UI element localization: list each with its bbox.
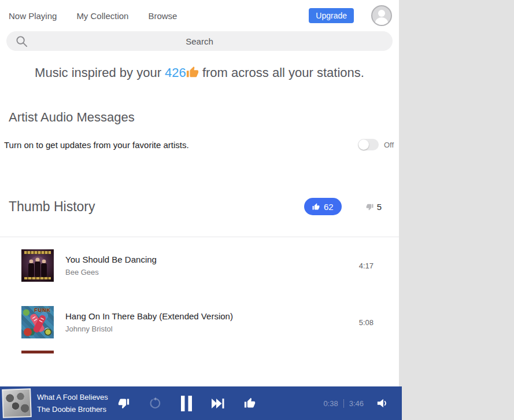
track-title: Hang On In There Baby (Extended Version) [65,311,359,321]
time-separator [343,399,344,408]
artist-audio-messages-title: Artist Audio Messages [9,110,399,125]
now-playing-photo [3,389,31,417]
album-art [21,249,54,282]
avatar[interactable] [371,5,392,26]
main-content: Now Playing My Collection Browse Upgrade… [0,0,399,420]
track-artist: Bee Gees [65,268,359,277]
track-duration: 5:08 [359,318,374,327]
thumb-history-title: Thumb History [9,199,95,215]
now-playing-title: What A Fool Believes [37,393,113,401]
artist-audio-messages-row: Turn on to get updates from your favorit… [0,139,399,150]
skip-next-icon [212,399,225,408]
player-bar: What A Fool Believes The Doobie Brothers [0,386,402,420]
hero-suffix: from across all your stations. [199,65,364,80]
album-art-sneakers [21,306,54,338]
skip-button[interactable] [212,399,225,408]
app-window: Now Playing My Collection Browse Upgrade… [0,0,514,420]
track-row[interactable]: You Should Be Dancing Bee Gees 4:17 [0,237,399,294]
thumb-history-badges: 62 5 [304,198,390,215]
thumb-up-icon [244,397,256,409]
now-playing-art [2,388,32,418]
thumb-history-header: Thumb History 62 5 [9,198,390,215]
player-time: 0:38 3:46 [323,399,364,408]
volume-icon [376,397,389,409]
hero-headline: Music inspired by your 426 from across a… [26,62,373,83]
thumbs-up-count: 62 [324,202,334,212]
pause-button[interactable] [180,396,193,411]
artist-audio-messages-toggle[interactable] [358,139,379,150]
hero-prefix: Music inspired by your [35,65,165,80]
side-panel [399,0,514,420]
track-meta: You Should Be Dancing Bee Gees [65,255,359,277]
nav-now-playing[interactable]: Now Playing [9,11,57,21]
player-controls [118,396,256,411]
thumbs-down-count: 5 [377,202,382,212]
replay-icon [149,397,161,410]
now-playing-artist: The Doobie Brothers [37,405,113,414]
toggle-state-label: Off [384,141,394,149]
thumbs-up-filter-button[interactable]: 62 [304,198,342,215]
total-time: 3:46 [349,399,364,408]
thumb-up-icon [312,203,320,211]
top-nav: Now Playing My Collection Browse Upgrade [0,0,399,31]
upgrade-button[interactable]: Upgrade [309,8,354,23]
pause-icon [180,396,193,411]
artist-audio-messages-description: Turn on to get updates from your favorit… [4,140,358,150]
now-playing-meta: What A Fool Believes The Doobie Brothers [37,393,113,414]
partial-album-art [21,351,54,353]
toggle-knob [358,139,369,150]
elapsed-time: 0:38 [323,399,338,408]
person-icon [372,6,391,25]
search-input[interactable] [6,31,393,51]
track-row[interactable]: FUNK Hang On In There Baby (Extended Ver… [0,294,399,351]
track-meta: Hang On In There Baby (Extended Version)… [65,311,359,333]
track-duration: 4:17 [359,261,374,270]
album-art-figures [21,249,54,282]
hero-thumb-count: 426 [165,65,186,80]
replay-button[interactable] [149,397,161,410]
album-art: FUNK [21,306,54,338]
thumb-down-icon [118,397,130,409]
nav-my-collection[interactable]: My Collection [76,11,128,21]
thumbs-up-button[interactable] [244,397,256,409]
search-bar [6,31,393,51]
track-title: You Should Be Dancing [65,255,359,264]
track-artist: Johnny Bristol [65,325,359,333]
thumb-up-emoji-icon [186,66,199,79]
thumb-down-icon [366,203,374,211]
thumbs-down-filter-button[interactable]: 5 [366,202,382,212]
thumbs-down-button[interactable] [118,397,130,409]
nav-browse[interactable]: Browse [148,11,177,21]
volume-button[interactable] [376,397,389,409]
